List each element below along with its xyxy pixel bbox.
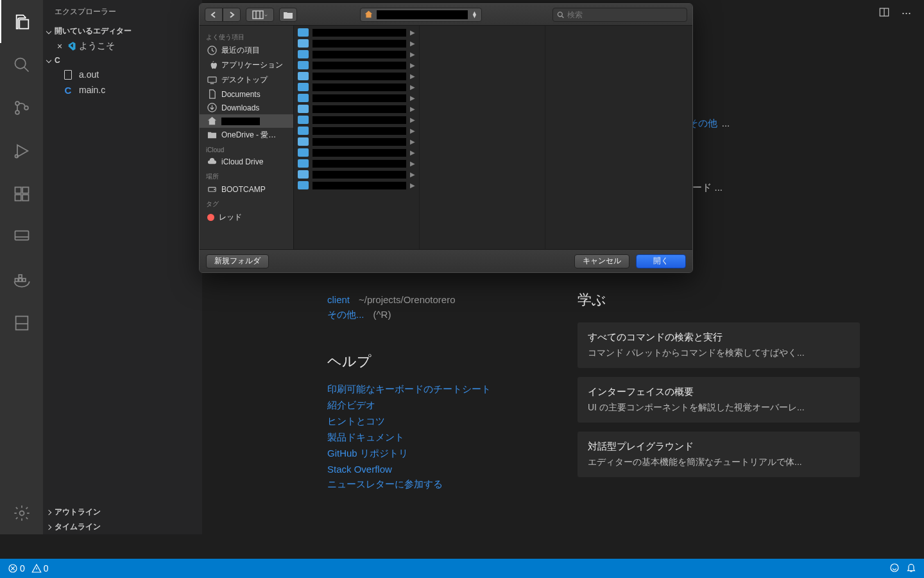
tag-red-icon xyxy=(207,214,214,221)
chevron-right-icon: ▶ xyxy=(410,160,415,167)
finder-sidebar-label: 最近の項目 xyxy=(221,45,260,56)
open-editors-header[interactable]: 開いているエディター xyxy=(43,24,202,39)
extensions-icon[interactable] xyxy=(0,172,43,215)
vscode-icon xyxy=(65,40,76,52)
column-folder-item[interactable]: ▶ xyxy=(294,27,419,38)
remote-icon[interactable] xyxy=(0,215,43,258)
folder-header[interactable]: C xyxy=(43,54,202,67)
column-folder-item[interactable]: ▶ xyxy=(294,49,419,60)
redacted-name xyxy=(312,51,406,58)
open-editor-item[interactable]: × ようこそ xyxy=(43,39,202,54)
learn-card[interactable]: インターフェイスの概要UI の主要コンポーネントを解説した視覚オーバーレ... xyxy=(578,377,860,423)
column-folder-item[interactable]: ▶ xyxy=(294,71,419,82)
finder-sidebar-item[interactable]: 最近の項目 xyxy=(200,43,293,58)
feedback-icon[interactable] xyxy=(889,563,900,575)
finder-sidebar-item[interactable] xyxy=(200,114,293,128)
column-folder-item[interactable]: ▶ xyxy=(294,147,419,158)
search-input[interactable] xyxy=(567,10,683,19)
column-folder-item[interactable]: ▶ xyxy=(294,103,419,114)
finder-sidebar-item[interactable]: iCloud Drive xyxy=(200,155,293,168)
finder-sidebar-item[interactable]: レッド xyxy=(200,210,293,225)
column-folder-item[interactable]: ▶ xyxy=(294,169,419,180)
finder-sidebar-item[interactable]: OneDrive - 愛… xyxy=(200,128,293,143)
explorer-sidebar: エクスプローラー 開いているエディター × ようこそ C a.out C mai… xyxy=(43,0,202,534)
column-folder-item[interactable]: ▶ xyxy=(294,158,419,169)
panel-icon[interactable] xyxy=(0,301,43,344)
learn-card[interactable]: 対話型プレイグラウンドエディターの基本機能を簡潔なチュートリアルで体... xyxy=(578,432,860,477)
view-mode-button[interactable]: ⌵ xyxy=(246,8,274,22)
chevron-right-icon: ▶ xyxy=(410,29,415,36)
errors-status[interactable]: 0 xyxy=(8,563,25,574)
finder-sidebar-item[interactable]: BOOTCAMP xyxy=(200,182,293,196)
path-selector[interactable]: ▲▼ xyxy=(360,8,482,22)
finder-sidebar-label: デスクトップ xyxy=(221,74,268,85)
new-folder-button[interactable]: 新規フォルダ xyxy=(206,254,269,268)
column-folder-item[interactable]: ▶ xyxy=(294,60,419,71)
open-button[interactable]: 開く xyxy=(636,254,686,268)
source-control-icon[interactable] xyxy=(0,86,43,129)
outline-header[interactable]: アウトライン xyxy=(43,505,202,520)
svg-rect-5 xyxy=(15,187,21,193)
finder-sidebar-label: レッド xyxy=(219,212,242,223)
redacted-name xyxy=(312,116,406,124)
column-folder-item[interactable]: ▶ xyxy=(294,92,419,103)
finder-sidebar-item[interactable]: アプリケーション xyxy=(200,58,293,73)
chevron-right-icon: ▶ xyxy=(410,94,415,101)
finder-sidebar: よく使う項目最近の項目アプリケーションデスクトップDocumentsDownlo… xyxy=(200,26,294,249)
activity-bar xyxy=(0,0,43,534)
finder-sidebar-label: iCloud Drive xyxy=(221,157,263,166)
column-folder-item[interactable]: ▶ xyxy=(294,38,419,49)
dialog-footer: 新規フォルダ キャンセル 開く xyxy=(200,249,692,272)
finder-column-empty xyxy=(420,26,545,249)
file-item[interactable]: C main.c xyxy=(43,82,202,98)
cancel-button[interactable]: キャンセル xyxy=(574,254,629,268)
chevron-right-icon: ▶ xyxy=(410,182,415,189)
folder-button[interactable] xyxy=(279,8,297,22)
chevron-right-icon: ▶ xyxy=(410,138,415,145)
column-folder-item[interactable]: ▶ xyxy=(294,180,419,191)
dialog-search[interactable] xyxy=(552,8,687,22)
folder-icon xyxy=(298,83,309,91)
redacted-name xyxy=(312,73,406,80)
folder-icon xyxy=(298,72,309,80)
bell-icon[interactable] xyxy=(906,563,916,575)
column-folder-item[interactable]: ▶ xyxy=(294,136,419,147)
svg-rect-9 xyxy=(15,231,28,240)
column-view: ▶▶▶▶▶▶▶▶▶▶▶▶▶▶▶ xyxy=(294,26,692,249)
column-folder-item[interactable]: ▶ xyxy=(294,114,419,125)
svg-point-18 xyxy=(891,564,898,572)
nav-forward-button[interactable] xyxy=(223,8,241,22)
clock-icon xyxy=(207,46,217,55)
folder-icon xyxy=(298,50,309,58)
chevron-right-icon: ▶ xyxy=(410,116,415,123)
debug-icon[interactable] xyxy=(0,129,43,172)
search-icon[interactable] xyxy=(0,43,43,86)
titlebar-actions: ··· xyxy=(796,0,924,26)
column-folder-item[interactable]: ▶ xyxy=(294,125,419,136)
docker-icon[interactable] xyxy=(0,258,43,301)
settings-icon[interactable] xyxy=(0,491,43,534)
chevron-right-icon: ▶ xyxy=(410,105,415,112)
file-item[interactable]: a.out xyxy=(43,67,202,82)
finder-sidebar-item[interactable]: デスクトップ xyxy=(200,73,293,87)
folder-icon xyxy=(298,137,309,146)
chevron-right-icon: ▶ xyxy=(410,127,415,134)
learn-card[interactable]: すべてのコマンドの検索と実行コマンド パレットからコマンドを検索してすばやく..… xyxy=(578,322,860,368)
warnings-status[interactable]: 0 xyxy=(31,563,49,574)
more-icon[interactable]: ··· xyxy=(902,6,911,20)
split-editor-icon[interactable] xyxy=(878,6,890,20)
finder-sidebar-item[interactable]: Documents xyxy=(200,87,293,101)
nav-back-button[interactable] xyxy=(205,8,223,22)
doc-icon xyxy=(207,89,217,99)
explorer-icon[interactable] xyxy=(0,0,43,43)
chevron-right-icon: ▶ xyxy=(410,40,415,47)
timeline-header[interactable]: タイムライン xyxy=(43,520,202,534)
folder-icon xyxy=(207,130,217,140)
cloud-icon xyxy=(207,157,217,166)
close-icon[interactable]: × xyxy=(57,41,62,51)
column-folder-item[interactable]: ▶ xyxy=(294,82,419,92)
folder-icon xyxy=(298,105,309,113)
finder-sidebar-item[interactable]: Downloads xyxy=(200,101,293,114)
chevron-right-icon: ▶ xyxy=(410,171,415,178)
chevron-right-icon: ▶ xyxy=(410,51,415,58)
